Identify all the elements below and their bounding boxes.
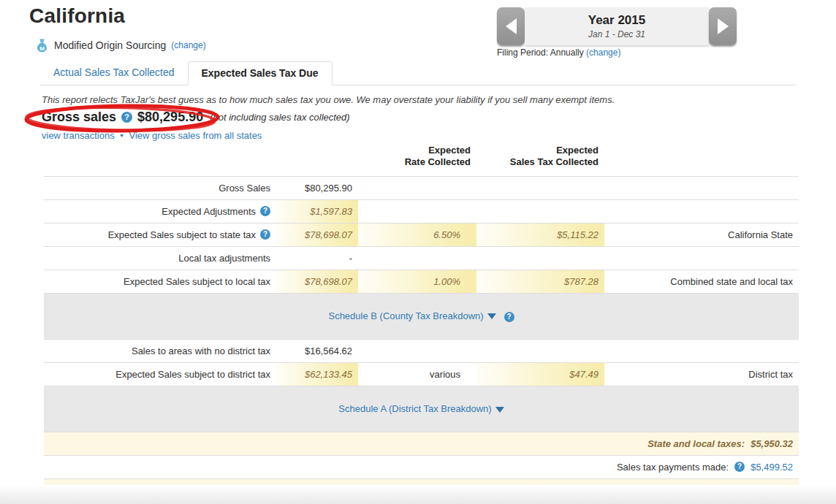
row-value: - [276, 246, 358, 270]
period-picker: Year 2015 Jan 1 - Dec 31 [497, 7, 737, 45]
row-tax: $787.28 [476, 270, 604, 293]
gross-sales-links: view transactions • View gross sales fro… [42, 130, 262, 141]
row-value: $16,564.62 [276, 339, 358, 362]
row-label: Gross Sales [44, 176, 276, 199]
state-tax-help-icon[interactable]: ? [260, 229, 270, 240]
schedule-a-band: Schedule A (District Tax Breakdown) [44, 386, 799, 432]
row-rate: 1.00% [358, 270, 476, 293]
tab-expected-sales-tax-due[interactable]: Expected Sales Tax Due [188, 61, 332, 85]
row-value: $1,597.83 [276, 199, 358, 223]
svg-text:M: M [39, 45, 45, 52]
filing-period-label: Filing Period: Annually [497, 47, 584, 58]
filing-period-change-link[interactable]: (change) [586, 47, 620, 58]
link-separator: • [120, 130, 123, 141]
sourcing-row: M Modified Origin Sourcing (change) [35, 38, 206, 53]
view-all-states-link[interactable]: View gross sales from all states [129, 130, 262, 141]
chevron-down-icon [495, 407, 504, 413]
state-local-taxes-row: State and local taxes: $5,950.32 [44, 432, 799, 455]
column-header-expected-sales-tax: ExpectedSales Tax Collected [476, 143, 604, 176]
page-title: California [29, 4, 125, 28]
chevron-down-icon [487, 313, 496, 319]
report-disclaimer: This report relects TaxJar's best guess … [42, 94, 615, 105]
tab-actual-sales-tax-collected[interactable]: Actual Sales Tax Collected [40, 61, 188, 85]
row-value: $78,698.07 [276, 270, 358, 293]
row-rate: 6.50% [358, 223, 476, 246]
schedule-b-band: Schedule B (County Tax Breakdown) ? [44, 293, 799, 339]
schedule-b-link[interactable]: Schedule B (County Tax Breakdown) [328, 310, 495, 321]
row-label: Expected Sales subject to district tax [44, 362, 276, 386]
schedule-b-help-icon[interactable]: ? [504, 312, 514, 322]
row-value: $80,295.90 [276, 176, 358, 199]
state-local-taxes-label: State and local taxes: [647, 438, 745, 449]
gross-sales-suffix: (not including sales tax collected) [210, 112, 350, 123]
table-row-state-tax: Expected Sales subject to state tax? $78… [44, 223, 799, 246]
table-row-expected-adjustments: Expected Adjustments? $1,597.83 [44, 199, 799, 223]
period-display: Year 2015 Jan 1 - Dec 31 [525, 7, 709, 45]
sourcing-label: Modified Origin Sourcing [54, 39, 166, 51]
view-transactions-link[interactable]: view transactions [42, 130, 115, 141]
table-row-gross-sales: Gross Sales $80,295.90 [44, 176, 799, 199]
row-label: Expected Sales subject to state tax? [44, 223, 276, 246]
schedule-a-link[interactable]: Schedule A (District Tax Breakdown) [338, 403, 503, 414]
page-footer-fade [0, 485, 836, 504]
gross-sales-label: Gross sales [42, 110, 116, 125]
previous-period-button[interactable] [497, 7, 525, 45]
payments-made-value[interactable]: $5,499.52 [750, 462, 793, 473]
row-note: Combined state and local tax [604, 270, 799, 293]
arrow-left-icon [506, 18, 517, 34]
tax-report-table: ExpectedRate Collected ExpectedSales Tax… [44, 143, 799, 502]
table-row-no-district-tax: Sales to areas with no district tax $16,… [44, 339, 799, 362]
table-row-district-tax: Expected Sales subject to district tax $… [44, 362, 799, 386]
row-label: Local tax adjustments [44, 246, 276, 270]
row-tax: $5,115.22 [476, 223, 604, 246]
row-tax: $47.49 [476, 362, 604, 386]
sourcing-change-link[interactable]: (change) [171, 40, 205, 50]
money-bag-icon: M [35, 38, 49, 53]
arrow-right-icon [718, 18, 729, 34]
filing-period-row: Filing Period: Annually (change) [497, 47, 620, 58]
next-period-button[interactable] [709, 7, 737, 45]
payments-made-label: Sales tax payments made: [617, 462, 729, 473]
period-range: Jan 1 - Dec 31 [588, 29, 645, 39]
row-note: District tax [604, 362, 799, 386]
row-note: California State [604, 223, 799, 246]
period-title: Year 2015 [588, 13, 645, 28]
table-header-row: ExpectedRate Collected ExpectedSales Tax… [44, 143, 799, 176]
column-header-expected-rate: ExpectedRate Collected [358, 143, 476, 176]
row-value: $62,133.45 [276, 362, 358, 386]
row-rate: various [358, 362, 476, 386]
adjustments-help-icon[interactable]: ? [260, 206, 270, 216]
state-local-taxes-value: $5,950.32 [750, 438, 793, 449]
gross-sales-amount: $80,295.90 [137, 110, 203, 125]
header-spacer-1 [44, 143, 276, 176]
row-value: $78,698.07 [276, 223, 358, 246]
tab-bar: Actual Sales Tax Collected Expected Sale… [40, 61, 797, 85]
header-spacer-2 [276, 143, 358, 176]
header-spacer-3 [604, 143, 799, 176]
payments-help-icon[interactable]: ? [734, 462, 745, 472]
row-label: Sales to areas with no district tax [44, 339, 276, 362]
report-page: California M Modified Origin Sourcing (c… [0, 0, 836, 504]
row-label: Expected Sales subject to local tax [44, 270, 276, 293]
gross-sales-summary: Gross sales ? $80,295.90 (not including … [42, 110, 350, 125]
gross-sales-help-icon[interactable]: ? [121, 112, 132, 123]
payments-made-row: Sales tax payments made: ? $5,499.52 [44, 455, 799, 478]
table-row-local-adjustments: Local tax adjustments - [44, 246, 799, 270]
row-label: Expected Adjustments? [44, 199, 276, 223]
table-row-local-tax: Expected Sales subject to local tax $78,… [44, 270, 799, 293]
